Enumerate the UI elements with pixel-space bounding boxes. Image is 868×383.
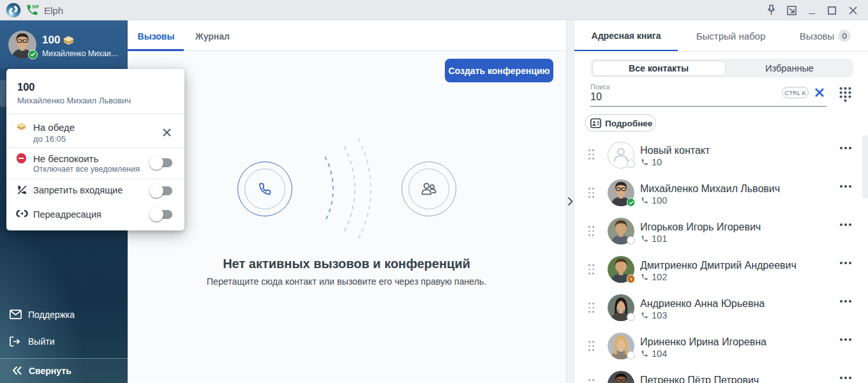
svg-text:SIP: SIP [32,4,39,10]
